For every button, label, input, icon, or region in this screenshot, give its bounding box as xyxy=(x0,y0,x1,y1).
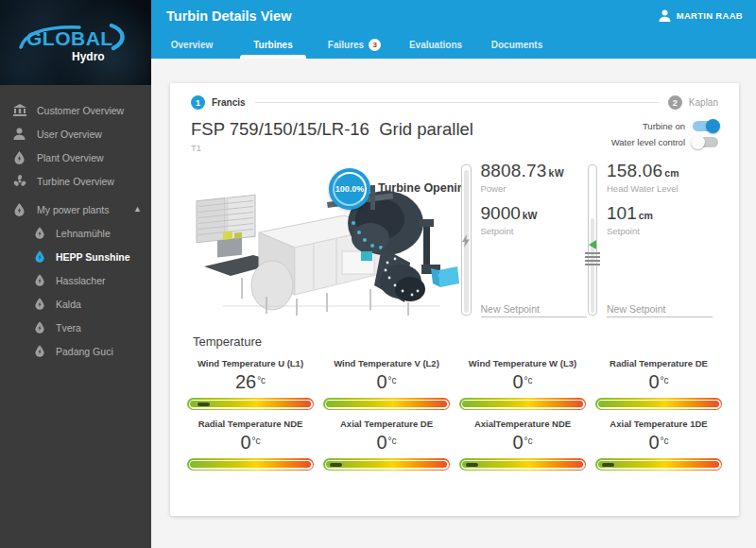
step-label: Kaplan xyxy=(689,97,718,108)
power-unit: kW xyxy=(549,167,564,179)
power-new-setpoint-input[interactable] xyxy=(481,301,587,317)
tab-evaluations[interactable]: Evaluations xyxy=(395,31,476,59)
turbine-on-row: Turbine on xyxy=(611,121,718,131)
temp-value: 26°c xyxy=(187,371,314,393)
gauge-ring xyxy=(333,172,367,206)
temp-label: Radial Temperature DE xyxy=(595,358,722,368)
tab-overview[interactable]: Overview xyxy=(151,31,232,59)
sidebar-item-customer-overview[interactable]: Customer Overview xyxy=(0,98,151,122)
temp-bar-marker xyxy=(602,463,614,467)
user-name: MARTIN RAAB xyxy=(677,10,743,21)
sidebar-plant-label: HEPP Sunshine xyxy=(56,251,130,263)
temp-gradient-bar xyxy=(595,398,722,410)
power-label: Power xyxy=(481,183,582,194)
temp-gradient-bar xyxy=(459,398,586,410)
water-level-toggle[interactable] xyxy=(693,137,718,147)
temp-value: 0°c xyxy=(323,432,450,454)
sidebar-plant-tvera[interactable]: Tvera xyxy=(0,316,151,339)
sidebar-plant-lehnamuehle[interactable]: Lehnamühle xyxy=(0,221,151,245)
turbine-title-row: FSP 759/150/15/LR-16 Grid parallel T1 Tu… xyxy=(170,110,739,153)
temp-label: Radial Temperature NDE xyxy=(187,419,314,429)
sidebar-plant-kalda[interactable]: Kalda xyxy=(0,292,151,316)
temp-gradient-bar xyxy=(187,458,314,471)
temp-value: 0°c xyxy=(323,371,450,393)
temp-value: 0°c xyxy=(187,432,314,454)
temp-bar-marker xyxy=(198,402,210,406)
temp-gradient-bar xyxy=(323,458,450,471)
head-water-value-row: 158.06cm xyxy=(607,161,718,181)
temp-card-wind-w: Wind Temperature W (L3) 0°c xyxy=(459,358,586,410)
head-water-setpoint-label: Setpoint xyxy=(607,226,718,236)
temp-label: Axial Temperature 1DE xyxy=(595,419,722,429)
power-metric-column: 8808.73kW Power 9000kW Setpoint xyxy=(481,161,582,319)
tab-documents[interactable]: Documents xyxy=(476,31,558,59)
sidebar-plant-padang-guci[interactable]: Padang Guci xyxy=(0,339,151,363)
power-value-row: 8808.73kW xyxy=(481,161,582,181)
toggle-knob xyxy=(706,119,720,133)
turbine-subtitle: T1 xyxy=(191,143,473,153)
turbine-title-block: FSP 759/150/15/LR-16 Grid parallel T1 xyxy=(191,119,473,153)
power-new-setpoint xyxy=(481,300,582,317)
tab-label: Documents xyxy=(491,40,542,50)
chevron-up-icon: ▲ xyxy=(133,204,142,214)
temperature-heading: Temperature xyxy=(170,319,739,349)
temp-gradient-bar xyxy=(187,398,314,410)
water-level-label: Water level control xyxy=(611,137,685,147)
temp-value: 0°c xyxy=(459,371,586,393)
stepper-line xyxy=(255,102,659,103)
temp-bar-marker xyxy=(466,463,478,467)
head-water-setpoint-value: 101 xyxy=(607,203,637,223)
step-number: 1 xyxy=(191,95,205,110)
top-header: Turbin Details View MARTIN RAAB xyxy=(151,0,756,31)
sidebar-plant-hepp-sunshine[interactable]: HEPP Sunshine xyxy=(0,245,151,268)
temp-card-axial-nde: AxialTemperature NDE 0°c xyxy=(459,419,586,471)
drop-icon-active xyxy=(33,250,45,263)
head-water-gauge xyxy=(588,164,598,316)
drag-handle-icon[interactable] xyxy=(585,252,600,267)
stepper-step-kaplan[interactable]: 2 Kaplan xyxy=(668,95,718,110)
user-menu[interactable]: MARTIN RAAB xyxy=(659,9,756,22)
metrics-row: 100.0% Turbine Opening 8808.73kW Power 9… xyxy=(170,153,739,319)
tab-turbines[interactable]: Turbines xyxy=(232,31,314,59)
drop-icon xyxy=(12,202,26,216)
turbine-on-toggle[interactable] xyxy=(693,121,718,131)
logo-brand-text: GLOBAL xyxy=(26,27,113,49)
stepper-step-francis[interactable]: 1 Francis xyxy=(191,95,246,110)
power-setpoint-row: 9000kW xyxy=(481,203,582,224)
sidebar-plant-label: Tvera xyxy=(56,322,81,334)
turbine-illustration: 100.0% Turbine Opening xyxy=(185,161,461,321)
temp-card-wind-v: Wind Temperature V (L2) 0°c xyxy=(323,358,450,410)
sidebar-item-user-overview[interactable]: User Overview xyxy=(0,122,151,146)
sidebar-item-label: Turbine Overview xyxy=(37,176,114,187)
temp-card-wind-u: Wind Temperature U (L1) 26°c xyxy=(187,358,314,410)
logo-area: GLOBAL Hydro xyxy=(0,0,151,85)
head-water-new-setpoint-input[interactable] xyxy=(607,301,713,317)
temp-label: Wind Temperature V (L2) xyxy=(323,358,450,368)
power-setpoint-value: 9000 xyxy=(481,203,521,223)
temp-gradient-bar xyxy=(595,458,722,471)
toggle-group: Turbine on Water level control xyxy=(611,119,718,153)
global-hydro-logo: GLOBAL Hydro xyxy=(13,23,138,66)
temp-label: AxialTemperature NDE xyxy=(459,419,586,429)
sidebar-plant-label: Lehnamühle xyxy=(56,228,111,239)
turbine-details-card: 1 Francis 2 Kaplan FSP 759/150/15/LR-16 … xyxy=(170,83,739,516)
head-water-setpoint-row: 101cm xyxy=(607,203,718,224)
turbine-on-label: Turbine on xyxy=(643,121,685,131)
sidebar-item-plant-overview[interactable]: Plant Overview xyxy=(0,146,151,169)
water-level-row: Water level control xyxy=(611,137,718,147)
drop-icon xyxy=(33,345,45,357)
sidebar-item-label: Plant Overview xyxy=(37,152,104,163)
sidebar-item-my-power-plants[interactable]: My power plants ▲ xyxy=(0,197,151,221)
drop-icon xyxy=(33,227,45,239)
temp-gradient-bar xyxy=(459,458,586,471)
tab-label: Overview xyxy=(171,40,213,50)
sidebar-plant-hasslacher[interactable]: Hasslacher xyxy=(0,268,151,292)
sidebar-plant-label: Hasslacher xyxy=(56,275,106,286)
sidebar-item-turbine-overview[interactable]: Turbine Overview xyxy=(0,169,151,193)
turbine-stepper: 1 Francis 2 Kaplan xyxy=(170,83,739,110)
setpoint-marker-icon xyxy=(589,240,596,249)
sidebar: GLOBAL Hydro Customer Overview User Over… xyxy=(0,0,151,548)
temp-card-axial-de: Axial Temperature DE 0°c xyxy=(323,419,450,471)
tab-failures[interactable]: Failures 3 xyxy=(314,31,395,59)
head-water-metric-column: 158.06cm Head Water Level 101cm Setpoint xyxy=(607,161,718,319)
